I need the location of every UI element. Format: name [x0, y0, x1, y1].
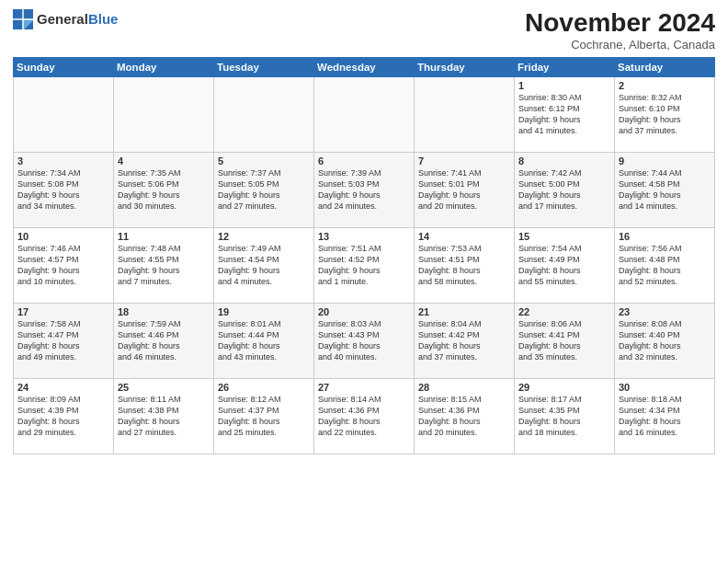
day-number: 22	[518, 306, 610, 317]
calendar-cell	[214, 76, 314, 152]
calendar-cell: 22Sunrise: 8:06 AM Sunset: 4:41 PM Dayli…	[515, 303, 615, 378]
day-info: Sunrise: 7:46 AM Sunset: 4:57 PM Dayligh…	[17, 243, 109, 288]
calendar-cell: 18Sunrise: 7:59 AM Sunset: 4:46 PM Dayli…	[114, 303, 214, 378]
weekday-header-thursday: Thursday	[415, 57, 515, 76]
day-info: Sunrise: 8:08 AM Sunset: 4:40 PM Dayligh…	[619, 318, 711, 363]
day-info: Sunrise: 8:30 AM Sunset: 6:12 PM Dayligh…	[518, 92, 610, 137]
day-number: 11	[118, 231, 210, 242]
calendar-cell: 20Sunrise: 8:03 AM Sunset: 4:43 PM Dayli…	[314, 303, 415, 378]
day-number: 14	[418, 231, 510, 242]
calendar-cell: 1Sunrise: 8:30 AM Sunset: 6:12 PM Daylig…	[515, 76, 615, 152]
day-number: 19	[218, 306, 310, 317]
day-info: Sunrise: 7:53 AM Sunset: 4:51 PM Dayligh…	[418, 243, 510, 288]
day-number: 6	[318, 155, 410, 167]
header: GeneralBlue November 2024 Cochrane, Albe…	[13, 9, 715, 52]
logo-icon	[13, 9, 33, 29]
day-number: 7	[418, 155, 510, 167]
calendar-cell: 25Sunrise: 8:11 AM Sunset: 4:38 PM Dayli…	[114, 378, 214, 454]
svg-rect-0	[13, 9, 22, 18]
day-number: 18	[118, 306, 210, 317]
day-number: 3	[17, 155, 109, 167]
day-number: 9	[619, 155, 711, 167]
day-info: Sunrise: 8:03 AM Sunset: 4:43 PM Dayligh…	[318, 318, 410, 363]
weekday-header-sunday: Sunday	[14, 57, 114, 76]
day-number: 23	[619, 306, 711, 317]
day-number: 26	[218, 382, 310, 393]
day-number: 27	[318, 382, 410, 393]
weekday-header-row: SundayMondayTuesdayWednesdayThursdayFrid…	[14, 57, 715, 76]
calendar-cell: 17Sunrise: 7:58 AM Sunset: 4:47 PM Dayli…	[14, 303, 114, 378]
day-number: 17	[17, 306, 109, 317]
day-number: 1	[518, 80, 610, 91]
calendar-cell: 30Sunrise: 8:18 AM Sunset: 4:34 PM Dayli…	[615, 378, 715, 454]
day-info: Sunrise: 7:44 AM Sunset: 4:58 PM Dayligh…	[619, 167, 711, 213]
weekday-header-wednesday: Wednesday	[314, 57, 415, 76]
month-title: November 2024	[525, 9, 715, 38]
calendar-cell: 8Sunrise: 7:42 AM Sunset: 5:00 PM Daylig…	[515, 152, 615, 227]
weekday-header-saturday: Saturday	[615, 57, 715, 76]
calendar-cell: 24Sunrise: 8:09 AM Sunset: 4:39 PM Dayli…	[14, 378, 114, 454]
day-info: Sunrise: 7:34 AM Sunset: 5:08 PM Dayligh…	[17, 167, 109, 213]
day-number: 2	[619, 80, 711, 91]
calendar-cell: 9Sunrise: 7:44 AM Sunset: 4:58 PM Daylig…	[615, 152, 715, 227]
calendar-cell: 29Sunrise: 8:17 AM Sunset: 4:35 PM Dayli…	[515, 378, 615, 454]
day-info: Sunrise: 7:41 AM Sunset: 5:01 PM Dayligh…	[418, 167, 510, 213]
calendar-cell: 23Sunrise: 8:08 AM Sunset: 4:40 PM Dayli…	[615, 303, 715, 378]
day-info: Sunrise: 7:54 AM Sunset: 4:49 PM Dayligh…	[518, 243, 610, 288]
weekday-header-monday: Monday	[114, 57, 214, 76]
day-info: Sunrise: 8:15 AM Sunset: 4:36 PM Dayligh…	[418, 394, 510, 439]
weekday-header-friday: Friday	[515, 57, 615, 76]
svg-rect-2	[13, 20, 22, 29]
day-info: Sunrise: 7:37 AM Sunset: 5:05 PM Dayligh…	[218, 167, 310, 213]
calendar-cell	[415, 76, 515, 152]
calendar-cell: 5Sunrise: 7:37 AM Sunset: 5:05 PM Daylig…	[214, 152, 314, 227]
calendar-cell	[14, 76, 114, 152]
logo-blue: Blue	[88, 11, 119, 27]
calendar-cell: 11Sunrise: 7:48 AM Sunset: 4:55 PM Dayli…	[114, 227, 214, 303]
day-info: Sunrise: 8:12 AM Sunset: 4:37 PM Dayligh…	[218, 394, 310, 439]
day-info: Sunrise: 7:56 AM Sunset: 4:48 PM Dayligh…	[619, 243, 711, 288]
day-info: Sunrise: 7:58 AM Sunset: 4:47 PM Dayligh…	[17, 318, 109, 363]
day-info: Sunrise: 8:17 AM Sunset: 4:35 PM Dayligh…	[518, 394, 610, 439]
calendar-cell: 12Sunrise: 7:49 AM Sunset: 4:54 PM Dayli…	[214, 227, 314, 303]
day-number: 15	[518, 231, 610, 242]
day-number: 5	[218, 155, 310, 167]
calendar-cell: 10Sunrise: 7:46 AM Sunset: 4:57 PM Dayli…	[14, 227, 114, 303]
calendar-cell	[114, 76, 214, 152]
calendar-cell: 21Sunrise: 8:04 AM Sunset: 4:42 PM Dayli…	[415, 303, 515, 378]
calendar-cell	[314, 76, 415, 152]
calendar-cell: 27Sunrise: 8:14 AM Sunset: 4:36 PM Dayli…	[314, 378, 415, 454]
calendar-cell: 2Sunrise: 8:32 AM Sunset: 6:10 PM Daylig…	[615, 76, 715, 152]
day-info: Sunrise: 8:11 AM Sunset: 4:38 PM Dayligh…	[118, 394, 210, 439]
day-info: Sunrise: 7:49 AM Sunset: 4:54 PM Dayligh…	[218, 243, 310, 288]
day-number: 24	[17, 382, 109, 393]
day-number: 20	[318, 306, 410, 317]
day-info: Sunrise: 8:04 AM Sunset: 4:42 PM Dayligh…	[418, 318, 510, 363]
week-row-2: 3Sunrise: 7:34 AM Sunset: 5:08 PM Daylig…	[14, 152, 715, 227]
day-info: Sunrise: 7:59 AM Sunset: 4:46 PM Dayligh…	[118, 318, 210, 363]
day-info: Sunrise: 8:01 AM Sunset: 4:44 PM Dayligh…	[218, 318, 310, 363]
calendar-cell: 6Sunrise: 7:39 AM Sunset: 5:03 PM Daylig…	[314, 152, 415, 227]
location-title: Cochrane, Alberta, Canada	[525, 38, 715, 52]
title-block: November 2024 Cochrane, Alberta, Canada	[525, 9, 715, 52]
day-number: 21	[418, 306, 510, 317]
day-info: Sunrise: 8:32 AM Sunset: 6:10 PM Dayligh…	[619, 92, 711, 137]
calendar-cell: 16Sunrise: 7:56 AM Sunset: 4:48 PM Dayli…	[615, 227, 715, 303]
day-info: Sunrise: 8:09 AM Sunset: 4:39 PM Dayligh…	[17, 394, 109, 439]
calendar-cell: 19Sunrise: 8:01 AM Sunset: 4:44 PM Dayli…	[214, 303, 314, 378]
calendar-table: SundayMondayTuesdayWednesdayThursdayFrid…	[13, 57, 715, 454]
day-number: 8	[518, 155, 610, 167]
day-info: Sunrise: 7:42 AM Sunset: 5:00 PM Dayligh…	[518, 167, 610, 213]
day-number: 13	[318, 231, 410, 242]
week-row-4: 17Sunrise: 7:58 AM Sunset: 4:47 PM Dayli…	[14, 303, 715, 378]
week-row-1: 1Sunrise: 8:30 AM Sunset: 6:12 PM Daylig…	[14, 76, 715, 152]
day-info: Sunrise: 8:14 AM Sunset: 4:36 PM Dayligh…	[318, 394, 410, 439]
day-number: 30	[619, 382, 711, 393]
logo-text: GeneralBlue	[37, 12, 118, 27]
weekday-header-tuesday: Tuesday	[214, 57, 314, 76]
day-info: Sunrise: 7:35 AM Sunset: 5:06 PM Dayligh…	[118, 167, 210, 213]
day-info: Sunrise: 7:51 AM Sunset: 4:52 PM Dayligh…	[318, 243, 410, 288]
calendar-container: GeneralBlue November 2024 Cochrane, Albe…	[0, 0, 728, 563]
day-number: 28	[418, 382, 510, 393]
day-number: 4	[118, 155, 210, 167]
